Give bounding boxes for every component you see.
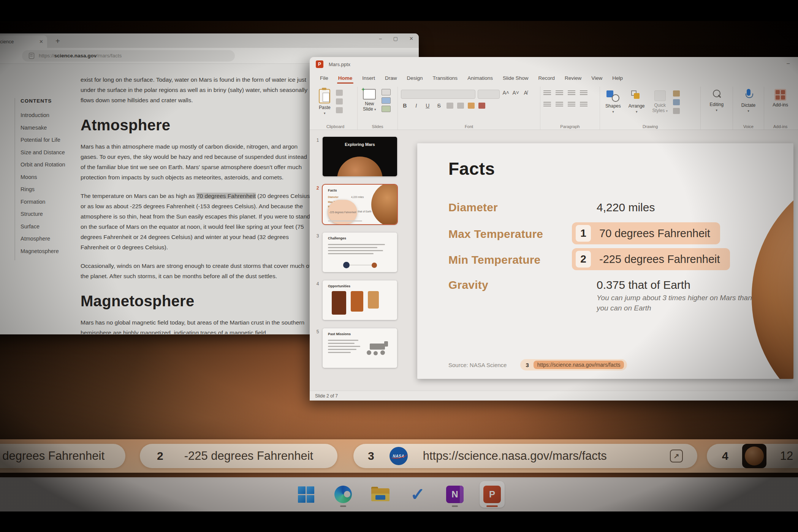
align-left-icon[interactable]	[543, 102, 551, 108]
strikethrough-button[interactable]: S	[435, 103, 443, 109]
shape-fill-icon[interactable]	[673, 90, 680, 97]
contents-link-orbit-and-rotation[interactable]: Orbit and Rotation	[21, 162, 79, 168]
contents-link-surface[interactable]: Surface	[21, 223, 79, 230]
quick-styles-button[interactable]: QuickStyles ▾	[650, 89, 670, 123]
shape-outline-icon[interactable]	[673, 99, 680, 105]
tab-transitions[interactable]: Transitions	[428, 73, 463, 84]
contents-link-formation[interactable]: Formation	[21, 199, 79, 205]
slide-canvas[interactable]: Facts Diameter 4,220 miles Max Temperatu…	[417, 143, 793, 379]
slide-5-thumbnail[interactable]: Past Missions	[323, 328, 397, 368]
minimize-icon[interactable]: –	[379, 36, 382, 41]
taskbar-powerpoint[interactable]: P	[480, 481, 505, 508]
editing-button[interactable]: Editing ▾	[708, 87, 726, 123]
maximize-icon[interactable]: ▢	[393, 36, 398, 41]
reset-slide-icon[interactable]	[382, 97, 391, 104]
font-name-box[interactable]	[401, 90, 475, 99]
browser-tab[interactable]: Mars Facts - NASA Science ✕	[0, 35, 47, 48]
new-tab-button[interactable]: +	[55, 37, 60, 45]
new-slide-icon	[363, 89, 376, 100]
slide-2-number: 2	[313, 185, 323, 224]
taskbar-file-explorer[interactable]	[368, 481, 393, 508]
arrange-button[interactable]: Arrange ▾	[626, 89, 647, 123]
taskbar-edge[interactable]	[331, 481, 356, 508]
close-icon[interactable]: ✕	[409, 36, 413, 41]
dictate-button[interactable]: Dictate ▾	[739, 87, 758, 123]
contents-link-moons[interactable]: Moons	[21, 174, 79, 180]
tab-file[interactable]: File	[315, 73, 333, 84]
mars-sphere-graphic	[371, 185, 397, 224]
contents-link-potential-for-life[interactable]: Potential for Life	[21, 137, 79, 143]
tab-review[interactable]: Review	[560, 73, 586, 84]
contents-link-atmosphere[interactable]: Atmosphere	[21, 236, 79, 242]
min-temperature-highlight: 2 -225 degrees Fahrenheit	[572, 248, 730, 270]
line-spacing-icon[interactable]	[580, 90, 587, 96]
thumbnail-row-3: 3 Challenges	[313, 233, 405, 272]
tab-insert[interactable]: Insert	[357, 73, 380, 84]
snip-item-3[interactable]: 3 NASA https://science.nasa.gov/mars/fac…	[353, 444, 697, 468]
shapes-button[interactable]: Shapes ▾	[603, 89, 623, 123]
snip-item-4[interactable]: 4 12	[707, 444, 798, 468]
highlight-color-icon[interactable]	[468, 103, 475, 109]
todo-check-icon: ✓	[410, 486, 425, 503]
text-direction-icon[interactable]	[580, 102, 587, 108]
new-slide-button[interactable]: NewSlide ▾	[361, 87, 378, 123]
italic-button[interactable]: I	[412, 103, 420, 109]
indent-icon[interactable]	[568, 90, 575, 96]
tab-draw[interactable]: Draw	[380, 73, 402, 84]
paste-button[interactable]: Paste ▾	[317, 87, 333, 123]
contents-link-structure[interactable]: Structure	[21, 211, 79, 217]
copy-icon[interactable]	[336, 98, 343, 104]
taskbar-onenote[interactable]: N	[442, 481, 467, 508]
start-button[interactable]	[293, 481, 318, 508]
bullets-icon[interactable]	[543, 90, 551, 96]
slide-layout-icon[interactable]	[382, 89, 391, 95]
tab-help[interactable]: Help	[607, 73, 628, 84]
tab-close-icon[interactable]: ✕	[39, 39, 43, 44]
tab-animations[interactable]: Animations	[462, 73, 498, 84]
opportunity-cards-graphic	[332, 291, 379, 315]
character-spacing-icon[interactable]	[446, 103, 453, 109]
section-icon[interactable]	[382, 106, 391, 112]
contents-link-rings[interactable]: Rings	[21, 186, 79, 192]
shape-effects-icon[interactable]	[673, 108, 680, 114]
diameter-label: Diameter	[448, 201, 498, 214]
contents-link-magnetosphere[interactable]: Magnetosphere	[21, 248, 79, 254]
addins-button[interactable]: Add-ins	[770, 87, 790, 123]
thumbnail-row-2: 2 Facts Diameter4,220 miles Max Temperat…	[313, 185, 405, 224]
tab-slide-show[interactable]: Slide Show	[498, 73, 534, 84]
change-case-icon[interactable]	[457, 103, 464, 109]
tab-home[interactable]: Home	[333, 73, 358, 84]
contents-link-introduction[interactable]: Introduction	[21, 112, 79, 118]
align-center-icon[interactable]	[556, 102, 563, 108]
font-size-box[interactable]	[478, 90, 500, 99]
cut-icon[interactable]	[336, 90, 343, 96]
increase-font-icon[interactable]: A˄	[502, 90, 510, 99]
page-info-icon[interactable]	[29, 53, 34, 59]
gravity-label: Gravity	[448, 279, 488, 291]
snip-2-number: 2	[157, 450, 163, 462]
columns-icon[interactable]	[568, 102, 575, 108]
bold-button[interactable]: B	[401, 103, 408, 109]
ppt-minimize-icon[interactable]: –	[787, 60, 790, 66]
underline-button[interactable]: U	[424, 103, 431, 109]
tab-record[interactable]: Record	[533, 73, 560, 84]
slide-4-thumbnail[interactable]: Opportunities	[323, 280, 397, 320]
snip-item-1[interactable]: 1 70 degrees Fahrenheit	[0, 444, 125, 468]
slide-2-thumbnail[interactable]: Facts Diameter4,220 miles Max Temperatur…	[323, 185, 397, 224]
clear-format-icon[interactable]: A̸	[522, 90, 529, 99]
contents-link-namesake[interactable]: Namesake	[21, 125, 79, 131]
address-bar[interactable]: https://science.nasa.gov/mars/facts	[22, 50, 235, 62]
tab-view[interactable]: View	[586, 73, 607, 84]
temperature-paragraph: The temperature on Mars can be as high a…	[81, 191, 313, 252]
slide-3-thumbnail[interactable]: Challenges	[323, 233, 397, 272]
numbering-icon[interactable]	[556, 90, 563, 96]
external-link-icon[interactable]: ↗	[670, 450, 683, 462]
snip-item-2[interactable]: 2 -225 degrees Fahrenheit	[140, 444, 337, 468]
tab-design[interactable]: Design	[402, 73, 428, 84]
decrease-font-icon[interactable]: A˅	[512, 90, 519, 99]
contents-link-size-and-distance[interactable]: Size and Distance	[21, 149, 79, 155]
taskbar-todo[interactable]: ✓	[405, 481, 430, 508]
format-painter-icon[interactable]	[336, 107, 343, 113]
slide-1-thumbnail[interactable]: Exploring Mars	[323, 137, 397, 176]
font-color-icon[interactable]	[478, 103, 485, 109]
